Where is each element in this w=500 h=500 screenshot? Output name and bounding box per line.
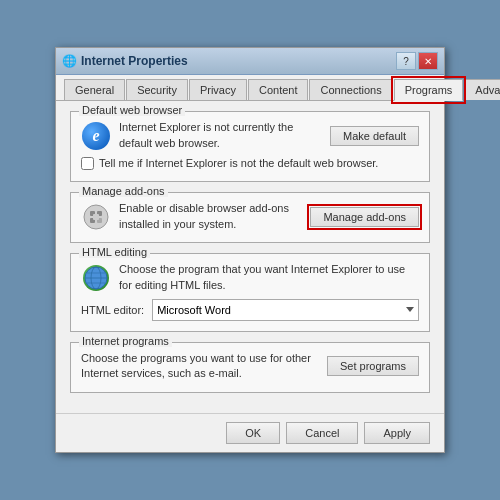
- set-programs-button[interactable]: Set programs: [327, 356, 419, 376]
- addon-icon: [81, 202, 111, 232]
- tab-programs[interactable]: Programs: [394, 79, 464, 101]
- tab-connections[interactable]: Connections: [309, 79, 392, 100]
- manage-addons-title: Manage add-ons: [79, 185, 168, 197]
- html-editor-value: Microsoft Word: [157, 304, 231, 316]
- ie-logo: e: [82, 122, 110, 150]
- default-browser-checkbox-row: Tell me if Internet Explorer is not the …: [81, 156, 419, 171]
- tab-general[interactable]: General: [64, 79, 125, 100]
- manage-addons-row: Enable or disable browser add-ons instal…: [81, 201, 419, 232]
- footer-buttons: OK Cancel Apply: [56, 413, 444, 452]
- svg-rect-5: [93, 214, 99, 220]
- internet-programs-section: Internet programs Choose the programs yo…: [70, 342, 430, 393]
- tab-content[interactable]: Content: [248, 79, 309, 100]
- window-icon: 🌐: [62, 54, 76, 68]
- ok-button[interactable]: OK: [226, 422, 280, 444]
- make-default-button[interactable]: Make default: [330, 126, 419, 146]
- html-editor-select[interactable]: Microsoft Word: [152, 299, 419, 321]
- content-area: Default web browser e Internet Explorer …: [56, 101, 444, 413]
- tab-security[interactable]: Security: [126, 79, 188, 100]
- help-button[interactable]: ?: [396, 52, 416, 70]
- window-title: Internet Properties: [81, 54, 188, 68]
- internet-programs-row: Choose the programs you want to use for …: [81, 351, 419, 382]
- html-editing-title: HTML editing: [79, 246, 150, 258]
- title-controls: ? ✕: [396, 52, 438, 70]
- html-editing-section: HTML editing Choose the program that you…: [70, 253, 430, 332]
- globe-icon: [83, 265, 109, 291]
- title-bar-left: 🌐 Internet Properties: [62, 54, 188, 68]
- manage-addons-text: Enable or disable browser add-ons instal…: [119, 201, 302, 232]
- puzzle-icon: [82, 203, 110, 231]
- html-editing-icon: [81, 263, 111, 293]
- tab-advanced[interactable]: Advanced: [464, 79, 500, 100]
- cancel-button[interactable]: Cancel: [286, 422, 358, 444]
- globe-svg: [83, 265, 109, 291]
- default-browser-content: e Internet Explorer is not currently the…: [81, 120, 322, 151]
- default-browser-row: e Internet Explorer is not currently the…: [81, 120, 419, 151]
- title-bar: 🌐 Internet Properties ? ✕: [56, 48, 444, 75]
- select-arrow-icon: [406, 307, 414, 312]
- manage-addons-content: Enable or disable browser add-ons instal…: [81, 201, 302, 232]
- default-browser-title: Default web browser: [79, 104, 185, 116]
- ie-browser-icon: e: [81, 121, 111, 151]
- html-editing-text: Choose the program that you want Interne…: [119, 262, 419, 293]
- manage-addons-button[interactable]: Manage add-ons: [310, 207, 419, 227]
- internet-programs-title: Internet programs: [79, 335, 172, 347]
- manage-addons-section: Manage add-ons Enable or disable bro: [70, 192, 430, 243]
- html-editor-row: HTML editor: Microsoft Word: [81, 299, 419, 321]
- close-button[interactable]: ✕: [418, 52, 438, 70]
- html-editing-content: Choose the program that you want Interne…: [81, 262, 419, 293]
- default-browser-text: Internet Explorer is not currently the d…: [119, 120, 322, 151]
- html-editor-label: HTML editor:: [81, 304, 144, 316]
- default-browser-checkbox-label: Tell me if Internet Explorer is not the …: [99, 156, 378, 171]
- default-browser-section: Default web browser e Internet Explorer …: [70, 111, 430, 182]
- apply-button[interactable]: Apply: [364, 422, 430, 444]
- tabs-container: General Security Privacy Content Connect…: [56, 75, 444, 101]
- internet-programs-text: Choose the programs you want to use for …: [81, 351, 319, 382]
- default-browser-checkbox[interactable]: [81, 157, 94, 170]
- tab-privacy[interactable]: Privacy: [189, 79, 247, 100]
- internet-properties-window: 🌐 Internet Properties ? ✕ General Securi…: [55, 47, 445, 453]
